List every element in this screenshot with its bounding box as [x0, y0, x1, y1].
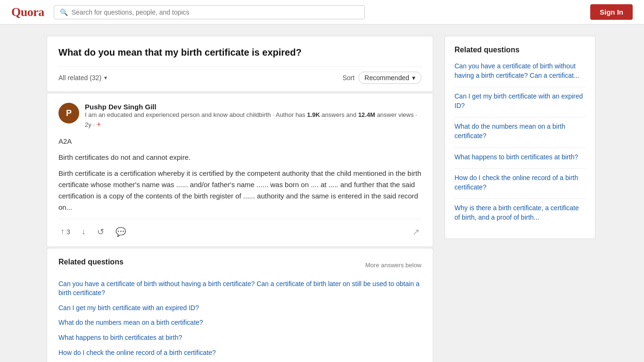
inline-related-link-4[interactable]: How do I check the online record of a bi… — [58, 348, 421, 358]
sidebar-divider-0 — [454, 87, 586, 87]
inline-related-title: Related questions — [58, 258, 124, 266]
question-title: What do you mean that my birth certifica… — [58, 46, 421, 59]
author-row: P Pushp Dev Singh Gill I am an educated … — [58, 103, 421, 130]
content-area: What do you mean that my birth certifica… — [47, 36, 433, 362]
inline-related-card: Related questions More answers below Can… — [47, 248, 433, 362]
author-info: Pushp Dev Singh Gill I am an educated an… — [85, 103, 421, 130]
sidebar-link-0[interactable]: Can you have a certificate of birth with… — [454, 62, 586, 80]
sort-value: Recommended — [364, 74, 409, 82]
sidebar-divider-1 — [454, 117, 586, 117]
all-related-label: All related (32) — [58, 74, 101, 82]
sidebar-box: Related questions Can you have a certifi… — [445, 36, 595, 239]
answer-para1: Birth certificates do not and cannot exp… — [58, 152, 421, 163]
view-count: 12.4M — [358, 111, 375, 118]
share-button[interactable]: ↗ — [411, 225, 421, 239]
inline-related-link-1[interactable]: Can I get my birth certificate with an e… — [58, 304, 421, 313]
answer-card: P Pushp Dev Singh Gill I am an educated … — [47, 93, 433, 247]
sidebar-title: Related questions — [454, 46, 586, 54]
sidebar-link-5[interactable]: Why is there a birth certificate, a cert… — [454, 204, 586, 222]
sort-area: Sort Recommended ▾ — [342, 72, 421, 84]
share-rotate-button[interactable]: ↺ — [95, 225, 106, 239]
sidebar-divider-4 — [454, 198, 586, 199]
answer-a2a: A2A — [58, 136, 421, 147]
search-icon: 🔍 — [60, 8, 68, 16]
sign-in-button[interactable]: Sign In — [590, 4, 633, 20]
sidebar-link-2[interactable]: What do the numbers mean on a birth cert… — [454, 122, 586, 140]
all-related-filter[interactable]: All related (32) ▾ — [58, 74, 107, 82]
answer-body: A2A Birth certificates do not and cannot… — [58, 136, 421, 213]
sidebar-link-1[interactable]: Can I get my birth certificate with an e… — [454, 92, 586, 110]
inline-related-link-3[interactable]: What happens to birth certificates at bi… — [58, 333, 421, 343]
more-answers-label: More answers below — [365, 262, 421, 269]
downvote-icon: ↓ — [82, 227, 86, 237]
main-layout: What do you mean that my birth certifica… — [39, 25, 605, 362]
sort-label: Sort — [342, 74, 355, 82]
upvote-count: 3 — [66, 228, 70, 236]
sidebar-divider-2 — [454, 148, 586, 148]
sort-dropdown[interactable]: Recommended ▾ — [358, 72, 421, 84]
filter-bar: All related (32) ▾ Sort Recommended ▾ — [58, 66, 421, 84]
header-right: Sign In — [590, 4, 633, 20]
inline-related-link-2[interactable]: What do the numbers mean on a birth cert… — [58, 318, 421, 328]
refresh-icon: ↺ — [97, 227, 104, 237]
comment-icon: 💬 — [116, 227, 126, 237]
bio-mid: answers and — [320, 111, 358, 118]
avatar: P — [58, 103, 79, 123]
header: Quora 🔍 Sign In — [0, 0, 644, 25]
upvote-icon: ↑ — [60, 227, 65, 237]
upvote-button[interactable]: ↑ 3 — [58, 225, 72, 239]
downvote-button[interactable]: ↓ — [80, 225, 88, 239]
bio-prefix: I am an educated and experienced person … — [85, 111, 307, 118]
sort-chevron-icon: ▾ — [412, 74, 415, 82]
author-name[interactable]: Pushp Dev Singh Gill — [85, 103, 421, 111]
inline-related-link-0[interactable]: Can you have a certificate of birth with… — [58, 280, 421, 298]
sidebar-link-4[interactable]: How do I check the online record of a bi… — [454, 173, 586, 192]
add-icon[interactable]: + — [97, 120, 101, 128]
chevron-down-icon: ▾ — [104, 74, 107, 81]
answer-para2: Birth certificate is a certification whe… — [58, 168, 421, 213]
related-header-row: Related questions More answers below — [58, 258, 421, 273]
answer-count: 1.9K — [307, 111, 320, 118]
logo[interactable]: Quora — [11, 5, 44, 19]
search-input[interactable] — [72, 8, 359, 16]
sidebar: Related questions Can you have a certifi… — [445, 36, 595, 362]
action-row: ↑ 3 ↓ ↺ 💬 ↗ — [58, 219, 421, 239]
sidebar-divider-3 — [454, 168, 586, 169]
sidebar-link-3[interactable]: What happens to birth certificates at bi… — [454, 153, 586, 162]
author-bio: I am an educated and experienced person … — [85, 111, 421, 130]
question-box: What do you mean that my birth certifica… — [47, 36, 433, 92]
comment-button[interactable]: 💬 — [114, 225, 128, 239]
share-icon: ↗ — [413, 227, 420, 237]
search-bar[interactable]: 🔍 — [54, 5, 365, 19]
